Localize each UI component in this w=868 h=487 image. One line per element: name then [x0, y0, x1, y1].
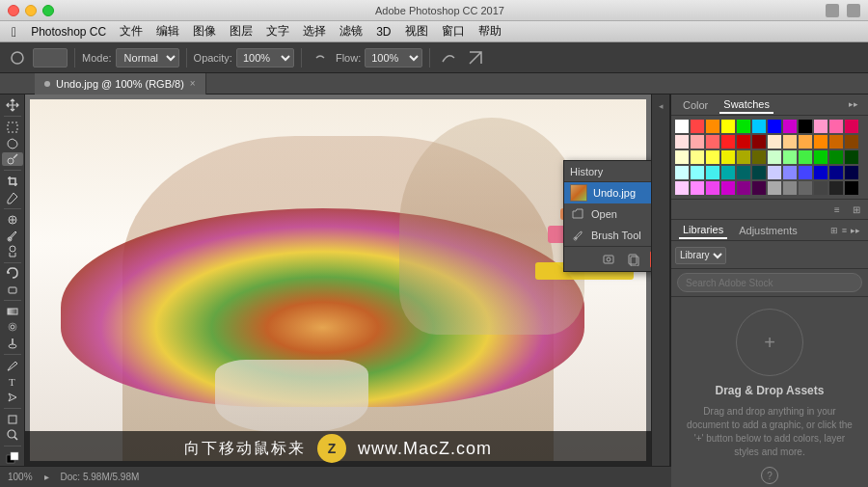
swatch-r2[interactable]: [691, 135, 704, 149]
pen-tool[interactable]: [2, 359, 23, 372]
traffic-lights[interactable]: [8, 5, 54, 16]
large-view-btn[interactable]: ⊞: [849, 202, 864, 217]
swatch-magenta[interactable]: [783, 120, 797, 133]
swatch-b1[interactable]: [768, 166, 781, 179]
menu-select[interactable]: 选择: [296, 21, 333, 41]
panel-menu-btn[interactable]: ▸▸: [849, 99, 860, 111]
canvas-area[interactable]: History ▸▸ ✕ Undo.jpg Open Brush Tool: [25, 95, 651, 466]
eyedropper-tool[interactable]: [2, 190, 23, 203]
swatch-m1[interactable]: [675, 181, 689, 195]
swatches-tab[interactable]: Swatches: [719, 96, 773, 114]
move-tool[interactable]: [2, 98, 23, 112]
add-asset-circle[interactable]: +: [736, 309, 803, 376]
swatch-gray5[interactable]: [829, 181, 843, 195]
create-snapshot-btn[interactable]: [600, 251, 617, 268]
swatch-c2[interactable]: [691, 166, 704, 179]
swatch-pink-light[interactable]: [814, 120, 827, 133]
swatch-yellow[interactable]: [721, 120, 735, 133]
lib-list-btn[interactable]: ≡: [842, 226, 847, 235]
swatch-y4[interactable]: [721, 150, 735, 164]
smoothing-btn[interactable]: [437, 47, 460, 68]
crop-tool[interactable]: [2, 175, 23, 188]
swatch-red[interactable]: [691, 120, 704, 133]
swatch-o3[interactable]: [799, 135, 812, 149]
swatch-c3[interactable]: [706, 166, 719, 179]
swatch-cyan[interactable]: [752, 120, 766, 133]
menu-window[interactable]: 窗口: [435, 21, 472, 41]
eraser-tool[interactable]: [2, 283, 23, 296]
small-view-btn[interactable]: ≡: [829, 202, 845, 217]
airbrush-toggle[interactable]: [309, 47, 332, 68]
delete-state-btn[interactable]: [650, 251, 652, 268]
lib-grid-btn[interactable]: ⊞: [830, 226, 838, 235]
marquee-tool[interactable]: [2, 121, 23, 134]
libraries-tab[interactable]: Libraries: [679, 222, 727, 239]
swatch-o6[interactable]: [845, 135, 858, 149]
flow-select[interactable]: 100%: [365, 48, 422, 68]
opacity-select[interactable]: 100%: [236, 48, 294, 68]
swatch-c4[interactable]: [721, 166, 735, 179]
menu-filter[interactable]: 滤镜: [333, 21, 369, 41]
swatch-o1[interactable]: [768, 135, 781, 149]
brush-angle-btn[interactable]: [464, 47, 487, 68]
path-selection-tool[interactable]: [2, 390, 23, 403]
swatch-b4[interactable]: [814, 166, 827, 179]
swatch-b5[interactable]: [829, 166, 843, 179]
swatch-g3[interactable]: [799, 150, 812, 164]
swatch-m6[interactable]: [752, 181, 766, 195]
tab-close-button[interactable]: ×: [190, 78, 196, 89]
swatch-r1[interactable]: [675, 135, 689, 149]
swatch-black2[interactable]: [845, 181, 858, 195]
swatch-g5[interactable]: [829, 150, 843, 164]
color-tab[interactable]: Color: [679, 97, 712, 113]
gradient-tool[interactable]: [2, 305, 23, 318]
lasso-tool[interactable]: [2, 136, 23, 149]
menu-layer[interactable]: 图层: [223, 21, 259, 41]
adobe-stock-search[interactable]: [677, 273, 862, 292]
swatch-g2[interactable]: [783, 150, 797, 164]
menu-help[interactable]: 帮助: [472, 21, 508, 41]
swatch-b3[interactable]: [799, 166, 812, 179]
swatch-c5[interactable]: [737, 166, 750, 179]
swatch-r3[interactable]: [706, 135, 719, 149]
swatch-y2[interactable]: [691, 150, 704, 164]
close-button[interactable]: [8, 5, 19, 16]
history-brush-tool[interactable]: [2, 266, 23, 280]
swatch-gray1[interactable]: [768, 181, 781, 195]
menu-type[interactable]: 文字: [259, 21, 296, 41]
swatch-white[interactable]: [675, 120, 689, 133]
swatch-g4[interactable]: [814, 150, 827, 164]
brush-size-input[interactable]: 70: [33, 48, 68, 68]
swatch-black[interactable]: [799, 120, 812, 133]
swatch-r5[interactable]: [737, 135, 750, 149]
swatch-r6[interactable]: [752, 135, 766, 149]
swatch-orange[interactable]: [706, 120, 719, 133]
swatch-m2[interactable]: [691, 181, 704, 195]
history-item-1[interactable]: Open: [564, 203, 651, 225]
swatch-m4[interactable]: [721, 181, 735, 195]
swatch-o5[interactable]: [829, 135, 843, 149]
swatch-y5[interactable]: [737, 150, 750, 164]
swatch-y3[interactable]: [706, 150, 719, 164]
collapse-strip-btn[interactable]: ◂: [653, 98, 668, 114]
menu-view[interactable]: 视图: [398, 21, 435, 41]
swatch-pink[interactable]: [829, 120, 843, 133]
adjustments-tab[interactable]: Adjustments: [735, 223, 801, 238]
help-button[interactable]: ?: [761, 467, 778, 484]
swatch-y1[interactable]: [675, 150, 689, 164]
library-select[interactable]: Library: [675, 247, 726, 264]
minimize-button[interactable]: [25, 5, 37, 16]
swatch-b6[interactable]: [845, 166, 858, 179]
swatch-gray3[interactable]: [799, 181, 812, 195]
document-tab[interactable]: Undo.jpg @ 100% (RGB/8) ×: [35, 73, 206, 95]
swatch-o2[interactable]: [783, 135, 797, 149]
fullscreen-button[interactable]: [42, 5, 54, 16]
clone-stamp-tool[interactable]: [2, 244, 23, 257]
swatch-gray4[interactable]: [814, 181, 827, 195]
create-doc-from-state-btn[interactable]: [625, 251, 642, 268]
lib-menu-btn[interactable]: ▸▸: [851, 226, 860, 235]
brush-preset-picker[interactable]: [6, 47, 29, 68]
zoom-tool[interactable]: [2, 428, 23, 442]
menu-3d[interactable]: 3D: [369, 23, 397, 41]
swatch-r4[interactable]: [721, 135, 735, 149]
